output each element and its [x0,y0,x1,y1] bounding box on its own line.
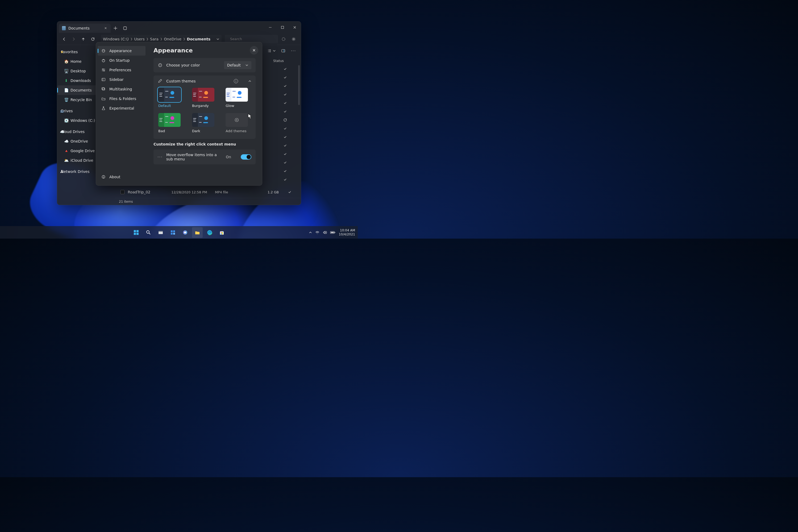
svg-point-8 [104,50,104,51]
status-cell [273,110,297,113]
check-icon [283,169,287,173]
scrollbar-thumb[interactable] [298,65,300,105]
taskbar-search[interactable] [143,227,154,238]
close-window-button[interactable] [289,22,301,33]
collapse-button[interactable] [248,79,251,83]
item-count: 21 items [119,200,133,204]
forward-button[interactable] [70,35,78,43]
tab-title: Documents [68,26,90,30]
taskbar: 10:04 AM 10/4/2021 [0,226,358,239]
file-explorer-taskbar[interactable] [192,227,203,238]
add-theme-button[interactable]: Add themes [226,113,251,133]
status-cell [273,127,297,130]
file-size: 1.2 GB [259,190,279,194]
close-modal-button[interactable] [250,46,258,55]
address-dropdown[interactable] [216,38,220,41]
start-button[interactable] [131,227,141,238]
file-icon [120,190,125,194]
widgets-icon [170,230,176,235]
column-header-status[interactable]: Status [273,59,297,63]
more-button[interactable]: ··· [289,46,298,55]
settings-nav-startup[interactable]: On Startup [98,56,146,65]
window-controls [264,22,301,33]
svg-rect-42 [331,232,334,233]
widgets[interactable] [168,227,178,238]
svg-rect-43 [335,232,335,233]
flask-icon [101,106,106,110]
close-icon [293,26,296,29]
info-button[interactable]: i [234,79,238,83]
status-cell [273,135,297,139]
search-input[interactable] [230,37,275,41]
breadcrumb-current[interactable]: Documents [187,37,211,41]
scrollbar[interactable] [298,65,300,198]
overflow-toggle[interactable] [241,154,251,159]
theme-option-burgandy[interactable]: Burgandy [192,88,217,108]
theme-option-default[interactable]: Default [158,88,184,108]
wifi-icon[interactable] [315,230,320,234]
pencil-icon [158,79,163,83]
close-tab-button[interactable]: ✕ [103,25,108,31]
power-icon [101,58,106,62]
chat[interactable] [180,227,190,238]
breadcrumb-segment[interactable]: Users [134,37,145,41]
task-view[interactable] [155,227,166,238]
preview-pane-icon [281,49,285,53]
volume-icon[interactable] [323,230,327,234]
svg-rect-28 [171,230,173,232]
view-button[interactable] [265,46,278,55]
download-icon: ⬇ [64,78,68,83]
ellipsis-icon: ··· [291,49,296,53]
settings-nav-files-folders[interactable]: Files & Folders [98,94,146,103]
svg-rect-24 [136,233,138,235]
store[interactable] [216,227,227,238]
edge[interactable] [204,227,215,238]
settings-nav-preferences[interactable]: Preferences [98,65,146,75]
sidebar-label: Cloud Drives [61,130,84,134]
choose-color-select[interactable]: Default [224,61,251,69]
theme-option-bad[interactable]: Bad [158,113,184,133]
context-menu-heading: Customize the right click context menu [153,142,255,146]
loading-button[interactable] [279,35,288,43]
clock[interactable]: 10:04 AM 10/4/2021 [339,228,355,236]
maximize-button[interactable] [277,22,289,33]
preview-pane-button[interactable] [279,46,287,55]
tab-documents[interactable]: Documents ✕ [59,24,111,33]
svg-point-17 [159,64,160,65]
status-cell [273,76,297,79]
tab-overview-button[interactable] [120,24,130,33]
date-label: 10/4/2021 [339,232,355,236]
check-icon [283,76,287,79]
back-button[interactable] [60,35,68,43]
disk-icon: 💽 [64,118,68,122]
settings-button[interactable] [289,35,298,43]
settings-nav-about[interactable]: About [98,172,146,182]
new-tab-button[interactable] [111,24,120,33]
minimize-button[interactable] [264,22,277,33]
theme-option-dark[interactable]: Dark [192,113,217,133]
settings-nav: Appearance On Startup Preferences Sideba… [96,42,147,185]
svg-rect-27 [158,231,163,232]
file-row[interactable]: RoadTrip_02 12/28/2020 12:58 PM MP4 file… [115,188,301,196]
settings-nav-sidebar[interactable]: Sidebar [98,75,146,84]
breadcrumb-segment[interactable]: Windows (C:\) [103,37,129,41]
settings-nav-experimental[interactable]: Experimental [98,103,146,113]
tray-chevron[interactable] [309,231,312,234]
sidebar-layout-icon [101,77,106,82]
home-icon: 🏠 [64,59,68,63]
refresh-button[interactable] [89,35,97,43]
settings-nav-multitasking[interactable]: Multitasking [98,84,146,94]
system-tray: 10:04 AM 10/4/2021 [309,228,355,236]
theme-label: Dark [192,129,217,133]
breadcrumb-segment[interactable]: Sara [150,37,158,41]
chevron-down-icon [246,64,248,66]
battery-icon[interactable] [330,231,336,234]
theme-option-glow[interactable]: Glow [226,88,251,108]
refresh-icon [91,37,95,41]
maximize-icon [281,26,284,29]
settings-nav-appearance[interactable]: Appearance [98,46,146,56]
list-icon [268,49,271,53]
breadcrumb-segment[interactable]: OneDrive [164,37,182,41]
up-button[interactable] [79,35,88,43]
network-icon: 🖧 [60,169,64,174]
